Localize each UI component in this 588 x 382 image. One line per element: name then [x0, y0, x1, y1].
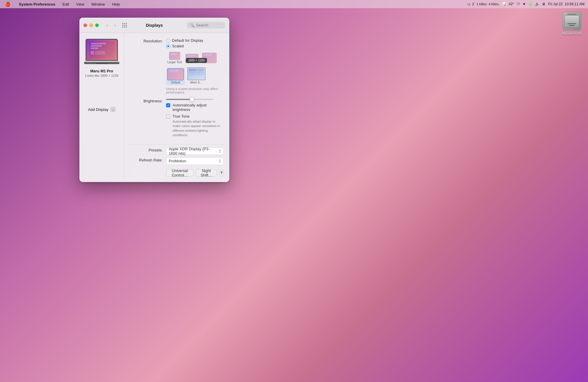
left-panel: Maru M1 Pro Looks like 1800 × 1169 Add D…: [79, 33, 124, 182]
help-menu[interactable]: Help: [111, 2, 121, 6]
vpn-icon: ▼: [522, 2, 526, 6]
help-button[interactable]: ?: [219, 169, 224, 177]
scaled-note: Using a scaled resolution may affect per…: [166, 87, 224, 94]
true-tone-description: Automatically adapt display to make colo…: [173, 119, 224, 138]
screen-line-1: [91, 43, 106, 44]
menubar-status-icons: ◁ 2 1 KB/s↑ 4 KB/s↓ 📊 42° 🛡 ▼ 🔋 🔊 🖥: [467, 2, 545, 6]
check-icon: ✓: [167, 104, 169, 107]
bottom-buttons: Universal Control… Night Shift… ?: [166, 169, 224, 177]
datetime: Fri Jul 22 10:56:11 AM: [548, 2, 584, 6]
resolution-thumb-3[interactable]: [201, 51, 218, 65]
forward-button[interactable]: ›: [112, 22, 119, 29]
grid-view-button[interactable]: [121, 22, 128, 29]
hdd-icon-image: [562, 12, 581, 31]
presets-label: Presets:: [130, 147, 163, 152]
resolution-thumb-5[interactable]: 1800 × 1169: [186, 66, 207, 85]
divider-1: [130, 144, 224, 144]
window-title: Displays: [146, 23, 163, 28]
screen-line-2: [91, 45, 102, 47]
night-shift-button[interactable]: Night Shift…: [196, 169, 217, 177]
refresh-rate-control: ProMotion ▲ ▼: [166, 157, 224, 165]
true-tone-label: True Tone: [173, 114, 224, 119]
close-button[interactable]: [83, 24, 87, 27]
resolution-thumb-4[interactable]: Default: [166, 67, 185, 85]
nav-arrows: ‹ ›: [103, 22, 119, 29]
brightness-slider[interactable]: [166, 99, 213, 100]
right-panel: Resolution: Default for Display Scaled: [124, 33, 230, 182]
display-sub: Looks like 1800 × 1169: [85, 74, 118, 77]
resolution-thumb-1[interactable]: Larger Text: [166, 51, 183, 65]
displays-window: ‹ › Displays 🔍: [79, 18, 229, 182]
brightness-label: Brightness:: [130, 98, 163, 103]
add-display-button[interactable]: Add Display ⌄: [88, 107, 115, 112]
volume-icon: 🔊: [535, 2, 539, 6]
thumb-img-5: [187, 67, 206, 80]
search-box[interactable]: 🔍: [187, 22, 225, 29]
minimize-button[interactable]: [89, 24, 93, 27]
brightness-fill: [166, 99, 192, 100]
menubar: 🍎 System Preferences Edit View Window He…: [0, 0, 588, 8]
chevron-down-icon: ▼: [219, 151, 221, 154]
window-body: Maru M1 Pro Looks like 1800 × 1169 Add D…: [79, 33, 229, 182]
desktop-icon-macintosh-hd[interactable]: Macintosh HD: [562, 12, 582, 35]
laptop-base: [84, 62, 119, 64]
menubar-right: ◁ 2 1 KB/s↑ 4 KB/s↓ 📊 42° 🛡 ▼ 🔋 🔊 🖥 Fri …: [467, 2, 584, 6]
resolution-default-radio[interactable]: [166, 39, 170, 43]
brightness-row: Brightness: ✓ Automatically adjust bri: [130, 98, 224, 140]
back-button[interactable]: ‹: [103, 22, 111, 29]
presets-control: Apple XDR Display (P3-1600 nits) ▲ ▼: [166, 147, 224, 155]
true-tone-checkbox[interactable]: [166, 114, 170, 119]
search-icon: 🔍: [190, 23, 194, 27]
search-input[interactable]: [196, 23, 223, 27]
add-display-chevron-icon: ⌄: [110, 107, 116, 112]
presets-dropdown[interactable]: Apple XDR Display (P3-1600 nits) ▲ ▼: [166, 147, 224, 155]
refresh-rate-label: Refresh Rate:: [130, 157, 163, 162]
location-icon: ◁: [467, 2, 470, 6]
resolution-default-option[interactable]: Default for Display: [166, 38, 224, 43]
fullscreen-button[interactable]: [95, 24, 99, 27]
brightness-control: ✓ Automatically adjust brightness True T…: [166, 98, 224, 140]
laptop-screen: [86, 39, 118, 61]
desktop-icon-label: Macintosh HD: [562, 32, 582, 35]
laptop-screen-content: [89, 41, 114, 59]
cpu-icon: 📊: [502, 2, 507, 6]
display-icon: 🖥: [542, 2, 545, 6]
true-tone-item: True Tone Automatically adapt display to…: [166, 114, 224, 138]
resolution-control: Default for Display Scaled: [166, 38, 224, 94]
app-name-menu[interactable]: System Preferences: [18, 2, 56, 6]
brightness-thumb[interactable]: [190, 97, 194, 102]
auto-brightness-checkbox[interactable]: ✓: [166, 103, 170, 107]
universal-control-button[interactable]: Universal Control…: [166, 169, 193, 177]
window-titlebar: ‹ › Displays 🔍: [79, 18, 229, 33]
auto-brightness-label: Automatically adjust brightness: [173, 103, 224, 112]
resolution-scaled-option[interactable]: Scaled: [166, 44, 224, 48]
resolution-scaled-radio[interactable]: [166, 44, 170, 48]
window-menu[interactable]: Window: [90, 2, 106, 6]
true-tone-text: True Tone Automatically adapt display to…: [173, 114, 224, 138]
refresh-chevron-down-icon: ▼: [219, 161, 221, 164]
resolution-thumb-2[interactable]: [184, 53, 200, 65]
edit-menu[interactable]: Edit: [61, 2, 70, 6]
view-menu[interactable]: View: [75, 2, 86, 6]
dropdown-arrows-icon: ▲ ▼: [219, 149, 221, 154]
thumb-img-2: [186, 54, 198, 63]
battery-icon: 42°: [509, 2, 514, 6]
security-icon: 🛡: [517, 2, 520, 6]
auto-brightness-item: ✓ Automatically adjust brightness: [166, 103, 224, 112]
display-name: Maru M1 Pro: [90, 69, 113, 73]
grid-icon: [122, 23, 127, 28]
add-display-label: Add Display: [88, 107, 108, 112]
resolution-radio-group: Default for Display Scaled: [166, 38, 224, 48]
apple-menu[interactable]: 🍎: [4, 1, 12, 7]
thumb-img-3: [202, 53, 217, 63]
refresh-rate-dropdown[interactable]: ProMotion ▲ ▼: [166, 157, 224, 165]
refresh-rate-value: ProMotion: [169, 159, 186, 163]
thumb-label-4: Default: [171, 81, 180, 84]
traffic-lights: [83, 24, 99, 27]
resolution-row: Resolution: Default for Display Scaled: [130, 38, 224, 94]
refresh-rate-row: Refresh Rate: ProMotion ▲ ▼: [130, 157, 224, 165]
wifi-icon: 2: [472, 2, 474, 6]
presets-row: Presets: Apple XDR Display (P3-1600 nits…: [130, 147, 224, 155]
thumb-label-1: Larger Text: [167, 61, 182, 64]
thumb-img-1: [169, 52, 180, 60]
